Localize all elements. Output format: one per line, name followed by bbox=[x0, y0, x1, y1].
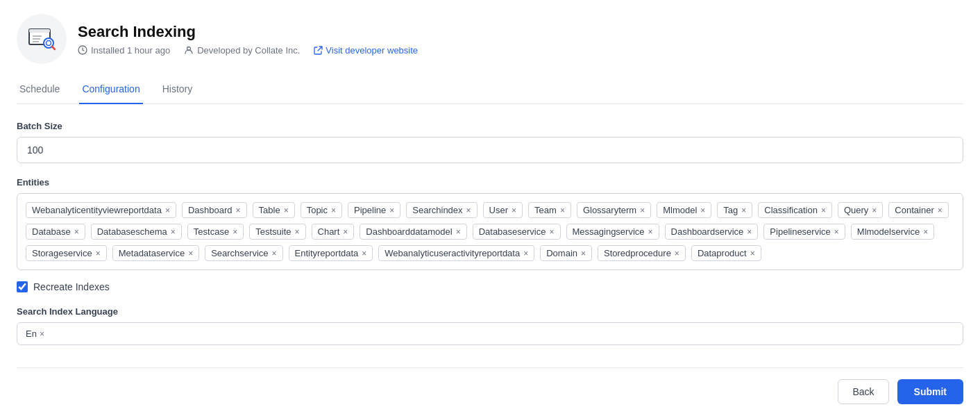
entity-chip: Mlmodel× bbox=[657, 202, 711, 218]
language-chip: En × bbox=[26, 329, 44, 339]
entity-chip-remove[interactable]: × bbox=[675, 249, 679, 258]
entity-chip-remove[interactable]: × bbox=[741, 206, 746, 215]
entity-chip-remove[interactable]: × bbox=[938, 206, 943, 215]
entity-chip-label: Databaseservice bbox=[479, 226, 546, 237]
entity-chip-remove[interactable]: × bbox=[523, 249, 528, 258]
entity-chip-remove[interactable]: × bbox=[233, 228, 237, 236]
batch-size-section: Batch Size bbox=[17, 121, 963, 177]
entity-chip-remove[interactable]: × bbox=[872, 206, 877, 215]
entity-chip: Topic× bbox=[301, 202, 342, 218]
entity-chip-label: Chart bbox=[318, 226, 340, 237]
entity-chip: Databaseservice× bbox=[473, 224, 561, 240]
entity-chip: User× bbox=[483, 202, 523, 218]
entity-chip-label: Dashboard bbox=[188, 205, 233, 215]
entity-chip: Dataproduct× bbox=[691, 245, 761, 261]
entity-chip-label: Pipelineservice bbox=[770, 226, 830, 237]
tab-configuration[interactable]: Configuration bbox=[79, 78, 142, 104]
recreate-indexes-checkbox[interactable] bbox=[17, 281, 28, 292]
entity-chip-remove[interactable]: × bbox=[295, 228, 300, 236]
entity-chip: Entityreportdata× bbox=[289, 245, 373, 261]
entity-chip-remove[interactable]: × bbox=[343, 228, 348, 236]
entity-chip-label: Topic bbox=[307, 205, 328, 215]
entity-chip-label: Tag bbox=[723, 205, 738, 215]
entity-chip-remove[interactable]: × bbox=[236, 206, 241, 215]
entity-chip-remove[interactable]: × bbox=[74, 228, 79, 236]
entity-chip: Dashboardservice× bbox=[665, 224, 759, 240]
entity-chip-label: Storageservice bbox=[32, 248, 92, 258]
entity-chip: Classification× bbox=[758, 202, 832, 218]
header-info: Search Indexing Installed 1 hour ago Dev… bbox=[78, 23, 418, 56]
header-meta: Installed 1 hour ago Developed by Collat… bbox=[78, 45, 418, 56]
search-index-language-section: Search Index Language En × bbox=[17, 306, 963, 345]
entity-chip-label: Searchindex bbox=[412, 205, 462, 215]
entity-chip-label: Testcase bbox=[194, 226, 229, 237]
entity-chip-remove[interactable]: × bbox=[466, 206, 471, 215]
batch-size-input[interactable] bbox=[17, 137, 963, 163]
submit-button[interactable]: Submit bbox=[897, 379, 963, 404]
entity-chip: Dashboarddatamodel× bbox=[360, 224, 466, 240]
entity-chip-remove[interactable]: × bbox=[700, 206, 705, 215]
entity-chip-label: Entityreportdata bbox=[295, 248, 359, 258]
back-button[interactable]: Back bbox=[838, 379, 888, 404]
app-icon bbox=[17, 14, 67, 64]
search-indexing-icon bbox=[26, 24, 57, 54]
entity-chip-remove[interactable]: × bbox=[560, 206, 565, 215]
entity-chip: Storageservice× bbox=[26, 245, 107, 261]
entity-chip: Query× bbox=[838, 202, 883, 218]
entity-chip: Mlmodelservice× bbox=[851, 224, 934, 240]
entity-chip-label: Container bbox=[895, 205, 933, 215]
entity-chip: Searchservice× bbox=[205, 245, 282, 261]
entity-chip: Webanalyticentityviewreportdata× bbox=[26, 202, 176, 218]
entity-chip: Testsuite× bbox=[249, 224, 305, 240]
entity-chip-remove[interactable]: × bbox=[640, 206, 645, 215]
entity-chip-label: Dataproduct bbox=[698, 248, 747, 258]
entity-chip-remove[interactable]: × bbox=[923, 228, 928, 236]
entity-chip-label: Testsuite bbox=[255, 226, 291, 237]
app-title: Search Indexing bbox=[78, 23, 418, 41]
entity-chip: Metadataservice× bbox=[112, 245, 199, 261]
entity-chip-remove[interactable]: × bbox=[331, 206, 336, 215]
entity-chip-remove[interactable]: × bbox=[648, 228, 653, 236]
clock-icon bbox=[78, 45, 87, 55]
entity-chip-remove[interactable]: × bbox=[581, 249, 586, 258]
entity-chip: Glossaryterm× bbox=[577, 202, 651, 218]
entity-chip-remove[interactable]: × bbox=[165, 206, 170, 215]
search-index-language-box: En × bbox=[17, 322, 963, 345]
tab-history[interactable]: History bbox=[160, 78, 196, 104]
footer: Back Submit bbox=[17, 367, 963, 404]
entity-chip-remove[interactable]: × bbox=[96, 249, 101, 258]
entity-chip-remove[interactable]: × bbox=[389, 206, 394, 215]
entity-chip: Databaseschema× bbox=[91, 224, 182, 240]
recreate-indexes-row: Recreate Indexes bbox=[17, 281, 963, 292]
entity-chip-remove[interactable]: × bbox=[188, 249, 193, 258]
search-index-language-label: Search Index Language bbox=[17, 306, 963, 317]
entity-chip-remove[interactable]: × bbox=[821, 206, 826, 215]
entity-chip-label: Mlmodelservice bbox=[857, 226, 920, 237]
entity-chip: Table× bbox=[253, 202, 295, 218]
entity-chip-label: Domain bbox=[546, 248, 577, 258]
developer-link[interactable]: Visit developer website bbox=[314, 45, 418, 56]
entity-chip-label: User bbox=[489, 205, 508, 215]
entity-chip-label: Table bbox=[259, 205, 280, 215]
entity-chip: Team× bbox=[528, 202, 571, 218]
entity-chip-remove[interactable]: × bbox=[456, 228, 461, 236]
entity-chip-remove[interactable]: × bbox=[171, 228, 176, 236]
entity-chip: Testcase× bbox=[187, 224, 244, 240]
entity-chip: Messagingservice× bbox=[566, 224, 659, 240]
entity-chip-remove[interactable]: × bbox=[512, 206, 516, 215]
entity-chip-remove[interactable]: × bbox=[284, 206, 289, 215]
entity-chip-label: Webanalyticuseractivityreportdata bbox=[385, 248, 520, 258]
entity-chip-remove[interactable]: × bbox=[750, 249, 755, 258]
entity-chip-remove[interactable]: × bbox=[747, 228, 752, 236]
entity-chip-remove[interactable]: × bbox=[549, 228, 554, 236]
entity-chip-label: Messagingservice bbox=[573, 226, 645, 237]
tab-schedule[interactable]: Schedule bbox=[17, 78, 62, 104]
entity-chip: Dashboard× bbox=[182, 202, 247, 218]
entity-chip: Pipelineservice× bbox=[763, 224, 845, 240]
language-value: En bbox=[26, 329, 37, 339]
entity-chip-remove[interactable]: × bbox=[272, 249, 277, 258]
entity-chip-remove[interactable]: × bbox=[834, 228, 839, 236]
language-remove-button[interactable]: × bbox=[40, 329, 44, 339]
entities-label: Entities bbox=[17, 177, 963, 188]
entity-chip-remove[interactable]: × bbox=[362, 249, 366, 258]
